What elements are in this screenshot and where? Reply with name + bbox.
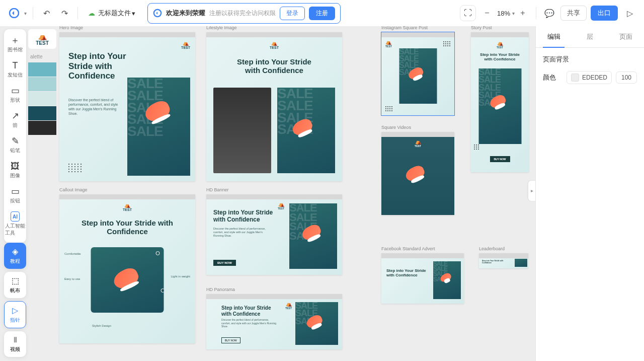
artboard-story[interactable]: Story Post TEST Step into Your Stride wi… [471, 32, 529, 172]
pencil-icon: ✎ [12, 136, 19, 146]
arrow-icon: ↗ [12, 111, 19, 121]
artboard-label: Hero Image [59, 26, 83, 30]
undo-button[interactable]: ↶ [39, 6, 53, 20]
artboard-instagram[interactable]: Instagram Square Post TEST SALESALESALES… [381, 32, 454, 115]
artboard-leaderboard[interactable]: Leaderboard Step into Your Stride with C… [479, 253, 528, 268]
document-title[interactable]: ☁ 无标题文件 ▾ [84, 7, 139, 20]
layers-icon: ◈ [12, 247, 18, 256]
color-swatch[interactable] [28, 62, 56, 77]
app-icon [153, 9, 162, 18]
welcome-title: 欢迎来到荣耀 [166, 9, 205, 18]
top-toolbar: ▾ ↶ ↷ ☁ 无标题文件 ▾ 欢迎来到荣耀 注册以获得完全访问权限 登录 注册… [0, 0, 644, 26]
canvas-area[interactable]: Hero Image TEST Step into Your Stride wi… [0, 26, 535, 361]
button-icon: ▭ [11, 186, 20, 196]
app-logo-menu[interactable] [6, 5, 22, 21]
buy-now-button: BUY NOW [213, 260, 236, 266]
tool-text[interactable]: T发短信 [5, 57, 25, 82]
pointer-icon: ▷ [12, 306, 18, 315]
comment-button[interactable]: 💬 [542, 6, 556, 20]
right-panel-tabs: 编辑 层 页面 [536, 26, 644, 48]
left-toolbar-bottom: ◈教程 ⬚帆布 ▷指针 ⫴视频 [4, 243, 26, 357]
play-button[interactable]: ▷ [622, 5, 638, 21]
palette-header: alette [28, 52, 56, 62]
image-icon: 🖼 [11, 161, 20, 171]
tool-canvas[interactable]: ⬚帆布 [4, 272, 26, 298]
welcome-banner: 欢迎来到荣耀 注册以获得完全访问权限 登录 注册 [147, 3, 341, 24]
artboard-label: Leaderboard [479, 246, 505, 251]
artboard-facebook-ad[interactable]: Facebook Standard Advert Step into Your … [381, 253, 464, 304]
rectangle-icon: ▭ [11, 86, 20, 96]
tool-pencil[interactable]: ✎铅笔 [5, 133, 25, 157]
welcome-subtitle: 注册以获得完全访问权限 [209, 9, 276, 18]
artboard-label: Instagram Square Post [381, 26, 428, 30]
section-title: 页面背景 [543, 55, 637, 64]
artboard-label: HD Banner [206, 187, 229, 192]
artboard-label: Square Videos [381, 125, 411, 130]
right-panel: 编辑 层 页面 页面背景 颜色 EDEDED [535, 26, 644, 361]
buy-now-button: BUY NOW [490, 156, 510, 162]
brand-logo-swatch[interactable]: ⛺ TEST [28, 29, 56, 49]
color-hex-value: EDEDED [582, 74, 607, 81]
tool-arrow[interactable]: ↗箭 [5, 108, 25, 132]
tool-ai[interactable]: AI人工智能工具 [5, 208, 25, 240]
redo-button[interactable]: ↷ [57, 6, 71, 20]
tool-library[interactable]: ＋图书馆 [5, 32, 25, 56]
text-icon: T [13, 60, 18, 70]
artboard-label: Story Post [471, 26, 492, 30]
video-icon: ⫴ [14, 335, 17, 344]
zoom-controls: − 18% ▾ + [480, 6, 530, 20]
chevron-down-icon: ▾ [132, 10, 135, 17]
color-input[interactable]: EDEDED [567, 71, 612, 84]
tool-tutorial[interactable]: ◈教程 [4, 243, 26, 269]
plus-icon: ＋ [11, 35, 20, 45]
artboard-label: Lifestyle Image [206, 26, 237, 30]
collapse-right-panel[interactable]: ▸ [528, 181, 535, 201]
share-button[interactable]: 共享 [560, 6, 587, 21]
artboard-hdpanorama[interactable]: HD Panorama Step into Your Stride with C… [206, 294, 342, 349]
tool-button[interactable]: ▭按钮 [5, 183, 25, 207]
cloud-sync-icon: ☁ [88, 9, 95, 17]
register-button[interactable]: 注册 [309, 7, 335, 20]
tab-layer[interactable]: 层 [572, 26, 608, 47]
artboard-lifestyle[interactable]: Lifestyle Image TEST Step into Your Stri… [206, 32, 342, 181]
buy-now-button: BUY NOW [221, 337, 240, 343]
tool-shape[interactable]: ▭形状 [5, 83, 25, 107]
ai-icon: AI [11, 211, 20, 222]
left-toolbar: ＋图书馆 T发短信 ▭形状 ↗箭 ✎铅笔 🖼图像 ▭按钮 AI人工智能工具 [4, 29, 26, 243]
opacity-input[interactable] [616, 71, 637, 84]
color-swatch[interactable] [28, 77, 56, 91]
document-name: 无标题文件 [98, 9, 131, 18]
artboard-hdbanner[interactable]: HD Banner Step into Your Stride with Con… [206, 194, 342, 275]
color-swatch[interactable] [28, 106, 56, 120]
fit-view-button[interactable]: ⛶ [460, 5, 476, 21]
lifestyle-photo [213, 88, 271, 173]
crop-icon: ⬚ [12, 276, 19, 285]
zoom-in-button[interactable]: + [517, 7, 529, 19]
zoom-value[interactable]: 18% [495, 10, 512, 17]
artboard-label: HD Panorama [206, 287, 235, 292]
tab-edit[interactable]: 编辑 [536, 26, 572, 47]
artboard-callout[interactable]: Callout Image TEST Step into Your Stride… [59, 194, 195, 343]
export-button[interactable]: 出口 [591, 6, 618, 21]
chevron-down-icon[interactable]: ▾ [512, 11, 515, 16]
zoom-out-button[interactable]: − [481, 7, 493, 19]
dots-decoration [68, 164, 82, 172]
chevron-down-icon[interactable]: ▾ [24, 11, 27, 16]
tool-pointer[interactable]: ▷指针 [4, 301, 26, 328]
artboard-label: Callout Image [59, 187, 88, 192]
artboard-label: Facebook Standard Advert [381, 246, 435, 251]
color-label: 颜色 [543, 73, 562, 82]
color-swatch[interactable] [28, 92, 56, 106]
login-button[interactable]: 登录 [280, 7, 305, 20]
color-swatch[interactable] [28, 121, 56, 135]
artboard-hero[interactable]: Hero Image TEST Step into Your Stride wi… [59, 32, 195, 181]
artboard-square-video[interactable]: Square Videos TEST [381, 132, 454, 215]
color-swatch-icon [571, 74, 579, 82]
tool-video[interactable]: ⫴视频 [4, 331, 26, 357]
palette-panel: ⛺ TEST alette [28, 29, 56, 135]
tool-image[interactable]: 🖼图像 [5, 158, 25, 182]
tab-page[interactable]: 页面 [608, 26, 644, 47]
